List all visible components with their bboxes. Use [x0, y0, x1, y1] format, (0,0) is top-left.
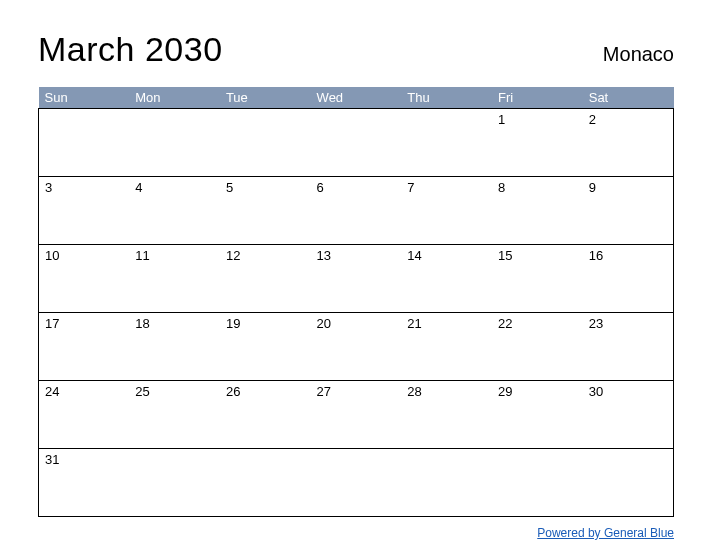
- calendar-day-cell: 16: [583, 245, 674, 313]
- calendar-day-cell: 13: [311, 245, 402, 313]
- calendar-day-cell: 26: [220, 381, 311, 449]
- calendar-day-cell: 10: [39, 245, 130, 313]
- calendar-week-row: 10 11 12 13 14 15 16: [39, 245, 674, 313]
- weekday-header: Fri: [492, 87, 583, 109]
- calendar-day-cell: 17: [39, 313, 130, 381]
- calendar-day-cell: 12: [220, 245, 311, 313]
- weekday-header: Sun: [39, 87, 130, 109]
- calendar-day-cell: 9: [583, 177, 674, 245]
- calendar-day-cell: 27: [311, 381, 402, 449]
- calendar-grid: Sun Mon Tue Wed Thu Fri Sat 1 2 3 4 5 6 …: [38, 87, 674, 517]
- calendar-day-cell: [311, 449, 402, 517]
- calendar-day-cell: [492, 449, 583, 517]
- calendar-day-cell: 18: [129, 313, 220, 381]
- calendar-day-cell: 28: [401, 381, 492, 449]
- calendar-week-row: 17 18 19 20 21 22 23: [39, 313, 674, 381]
- weekday-header: Thu: [401, 87, 492, 109]
- calendar-day-cell: 1: [492, 109, 583, 177]
- calendar-day-cell: [129, 449, 220, 517]
- calendar-day-cell: 14: [401, 245, 492, 313]
- calendar-day-cell: 15: [492, 245, 583, 313]
- calendar-footer: Powered by General Blue: [38, 523, 674, 541]
- calendar-day-cell: 24: [39, 381, 130, 449]
- calendar-header: March 2030 Monaco: [38, 30, 674, 69]
- calendar-day-cell: 21: [401, 313, 492, 381]
- calendar-day-cell: 6: [311, 177, 402, 245]
- calendar-day-cell: [311, 109, 402, 177]
- calendar-day-cell: 5: [220, 177, 311, 245]
- calendar-day-cell: [129, 109, 220, 177]
- calendar-day-cell: 31: [39, 449, 130, 517]
- calendar-day-cell: 30: [583, 381, 674, 449]
- calendar-day-cell: [583, 449, 674, 517]
- calendar-day-cell: [39, 109, 130, 177]
- calendar-day-cell: 3: [39, 177, 130, 245]
- calendar-day-cell: 2: [583, 109, 674, 177]
- calendar-day-cell: 11: [129, 245, 220, 313]
- calendar-day-cell: 20: [311, 313, 402, 381]
- calendar-day-cell: 22: [492, 313, 583, 381]
- calendar-day-cell: 25: [129, 381, 220, 449]
- calendar-title: March 2030: [38, 30, 223, 69]
- calendar-day-cell: [401, 109, 492, 177]
- calendar-week-row: 1 2: [39, 109, 674, 177]
- calendar-day-cell: 29: [492, 381, 583, 449]
- calendar-week-row: 3 4 5 6 7 8 9: [39, 177, 674, 245]
- calendar-day-cell: 8: [492, 177, 583, 245]
- calendar-day-cell: [220, 449, 311, 517]
- weekday-header: Sat: [583, 87, 674, 109]
- weekday-header: Mon: [129, 87, 220, 109]
- calendar-day-cell: 19: [220, 313, 311, 381]
- weekday-header-row: Sun Mon Tue Wed Thu Fri Sat: [39, 87, 674, 109]
- weekday-header: Wed: [311, 87, 402, 109]
- calendar-day-cell: [220, 109, 311, 177]
- calendar-week-row: 31: [39, 449, 674, 517]
- calendar-region: Monaco: [603, 43, 674, 69]
- calendar-day-cell: 23: [583, 313, 674, 381]
- calendar-week-row: 24 25 26 27 28 29 30: [39, 381, 674, 449]
- calendar-day-cell: [401, 449, 492, 517]
- calendar-day-cell: 7: [401, 177, 492, 245]
- powered-by-link[interactable]: Powered by General Blue: [537, 526, 674, 540]
- weekday-header: Tue: [220, 87, 311, 109]
- calendar-day-cell: 4: [129, 177, 220, 245]
